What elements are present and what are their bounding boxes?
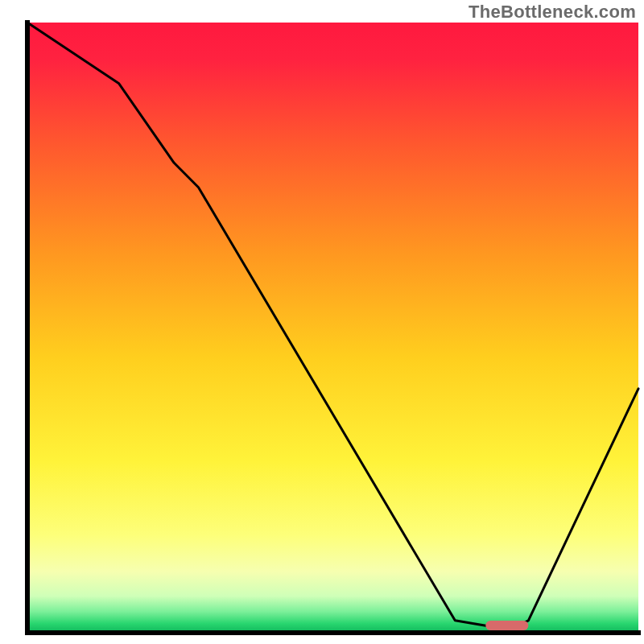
chart-canvas (0, 0, 644, 644)
gradient-background (27, 23, 638, 633)
bottleneck-chart: TheBottleneck.com (0, 0, 644, 644)
plot-area (27, 23, 638, 633)
optimal-range-marker (485, 621, 528, 630)
watermark-text: TheBottleneck.com (469, 2, 636, 23)
